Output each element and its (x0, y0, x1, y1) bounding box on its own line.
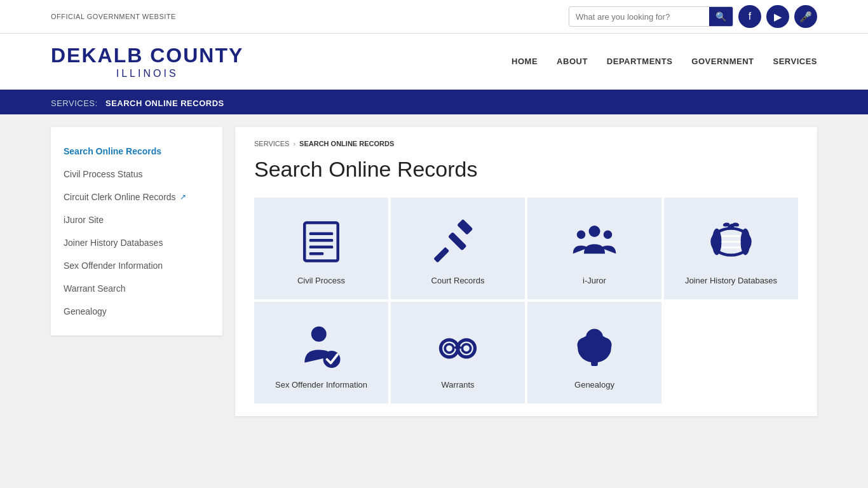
card-joiner-history[interactable]: Joiner History Databases (664, 198, 798, 299)
joiner-history-icon (707, 218, 755, 276)
logo-county: DEKALB COUNTY (51, 43, 243, 67)
card-court-records[interactable]: Court Records (391, 198, 525, 299)
nav-services[interactable]: SERVICES (773, 57, 817, 66)
svg-point-21 (323, 351, 341, 368)
sidebar-item-sex-offender[interactable]: Sex Offender Information (51, 254, 222, 277)
card-sex-offender-label: Sex Offender Information (275, 380, 367, 390)
svg-point-10 (604, 230, 613, 239)
microphone-icon[interactable]: 🎤 (794, 5, 817, 28)
nav-about[interactable]: ABOUT (557, 57, 588, 66)
search-box[interactable]: 🔍 (569, 6, 733, 27)
search-button[interactable]: 🔍 (709, 7, 733, 26)
svg-point-13 (712, 228, 722, 255)
official-text: OFFICIAL GOVERNMENT WEBSITE (51, 13, 176, 20)
card-ijuror[interactable]: i-Juror (527, 198, 661, 299)
card-civil-process-label: Civil Process (297, 276, 345, 285)
svg-point-9 (577, 230, 586, 239)
sex-offender-icon (297, 322, 345, 380)
card-genealogy[interactable]: Genealogy (527, 302, 661, 403)
court-records-icon (434, 218, 482, 276)
nav-home[interactable]: HOME (512, 57, 538, 66)
sidebar-item-genealogy[interactable]: Genealogy (51, 300, 222, 323)
breadcrumb-banner: SERVICES: SEARCH ONLINE RECORDS (0, 92, 868, 114)
top-bar-right: 🔍 f ▶ 🎤 (569, 5, 817, 28)
banner-current: SEARCH ONLINE RECORDS (105, 98, 224, 108)
svg-rect-4 (309, 252, 324, 255)
nav-departments[interactable]: DEPARTMENTS (607, 57, 672, 66)
breadcrumb-current: SEARCH ONLINE RECORDS (299, 140, 394, 147)
svg-rect-5 (457, 219, 473, 234)
sidebar-item-ijuror[interactable]: iJuror Site (51, 208, 222, 231)
page-title: Search Online Records (254, 157, 798, 182)
top-bar: OFFICIAL GOVERNMENT WEBSITE 🔍 f ▶ 🎤 (0, 0, 868, 34)
genealogy-icon (571, 322, 618, 380)
search-input[interactable] (569, 8, 709, 25)
sidebar-item-joiner-history[interactable]: Joiner History Databases (51, 231, 222, 254)
warrants-icon (434, 322, 482, 380)
svg-point-23 (445, 344, 454, 353)
svg-point-20 (311, 326, 327, 341)
sidebar-item-search-online-records[interactable]: Search Online Records (51, 140, 222, 163)
youtube-icon[interactable]: ▶ (766, 5, 789, 28)
icon-grid: Civil Process Court Records (254, 198, 798, 403)
content-area: SERVICES › SEARCH ONLINE RECORDS Search … (235, 127, 817, 416)
ijuror-icon (571, 218, 618, 276)
sidebar-item-circuit-clerk[interactable]: Circuit Clerk Online Records ↗ (51, 186, 222, 208)
breadcrumb-separator: › (293, 140, 295, 147)
card-joiner-history-label: Joiner History Databases (685, 276, 777, 285)
card-court-records-label: Court Records (431, 276, 485, 285)
external-link-icon: ↗ (180, 193, 186, 201)
svg-rect-1 (309, 232, 334, 235)
svg-point-12 (741, 228, 750, 255)
facebook-icon[interactable]: f (738, 5, 761, 28)
breadcrumb: SERVICES › SEARCH ONLINE RECORDS (254, 140, 798, 147)
header: DEKALB COUNTY ILLINOIS HOME ABOUT DEPART… (0, 34, 868, 92)
card-warrants-label: Warrants (441, 380, 474, 390)
card-genealogy-label: Genealogy (574, 380, 614, 390)
svg-rect-6 (434, 247, 449, 262)
card-civil-process[interactable]: Civil Process (254, 198, 388, 299)
svg-rect-3 (309, 245, 334, 248)
svg-point-25 (462, 344, 471, 353)
breadcrumb-services[interactable]: SERVICES (254, 140, 289, 147)
logo-state: ILLINOIS (51, 67, 243, 79)
logo[interactable]: DEKALB COUNTY ILLINOIS (51, 43, 243, 80)
card-sex-offender[interactable]: Sex Offender Information (254, 302, 388, 403)
civil-process-icon (297, 218, 345, 276)
svg-point-32 (586, 329, 603, 346)
nav-government[interactable]: GOVERNMENT (691, 57, 754, 66)
card-warrants[interactable]: Warrants (391, 302, 525, 403)
svg-rect-2 (309, 239, 334, 242)
card-ijuror-label: i-Juror (583, 276, 606, 285)
svg-point-8 (589, 226, 600, 237)
sidebar-item-civil-process-status[interactable]: Civil Process Status (51, 163, 222, 186)
sidebar-item-warrant-search[interactable]: Warrant Search (51, 277, 222, 300)
banner-label: SERVICES: (51, 98, 98, 108)
main-nav: HOME ABOUT DEPARTMENTS GOVERNMENT SERVIC… (512, 57, 817, 66)
main-content: Search Online Records Civil Process Stat… (0, 114, 868, 429)
svg-rect-7 (448, 231, 467, 250)
sidebar: Search Online Records Civil Process Stat… (51, 127, 222, 336)
